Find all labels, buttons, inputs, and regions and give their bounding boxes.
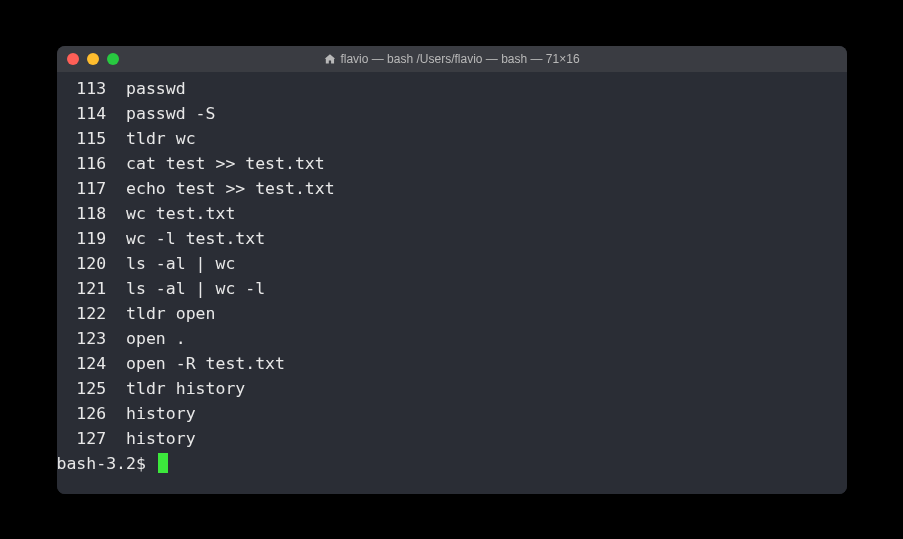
history-line: 116 cat test >> test.txt (57, 151, 847, 176)
history-line: 121 ls -al | wc -l (57, 276, 847, 301)
history-line: 122 tldr open (57, 301, 847, 326)
history-line: 115 tldr wc (57, 126, 847, 151)
titlebar: flavio — bash /Users/flavio — bash — 71×… (57, 46, 847, 72)
home-icon (323, 53, 335, 65)
terminal-window: flavio — bash /Users/flavio — bash — 71×… (57, 46, 847, 494)
window-title-text: flavio — bash /Users/flavio — bash — 71×… (340, 52, 579, 66)
history-line: 123 open . (57, 326, 847, 351)
window-title: flavio — bash /Users/flavio — bash — 71×… (323, 52, 579, 66)
history-line: 125 tldr history (57, 376, 847, 401)
prompt-text: bash-3.2$ (57, 451, 156, 476)
history-line: 126 history (57, 401, 847, 426)
history-line: 118 wc test.txt (57, 201, 847, 226)
terminal-body[interactable]: 113 passwd 114 passwd -S 115 tldr wc 116… (57, 72, 847, 494)
history-line: 114 passwd -S (57, 101, 847, 126)
history-line: 127 history (57, 426, 847, 451)
history-line: 117 echo test >> test.txt (57, 176, 847, 201)
history-line: 113 passwd (57, 76, 847, 101)
history-line: 124 open -R test.txt (57, 351, 847, 376)
history-line: 120 ls -al | wc (57, 251, 847, 276)
maximize-button[interactable] (107, 53, 119, 65)
minimize-button[interactable] (87, 53, 99, 65)
history-line: 119 wc -l test.txt (57, 226, 847, 251)
traffic-lights (67, 53, 119, 65)
close-button[interactable] (67, 53, 79, 65)
cursor (158, 453, 168, 473)
prompt-line: bash-3.2$ (57, 451, 847, 476)
